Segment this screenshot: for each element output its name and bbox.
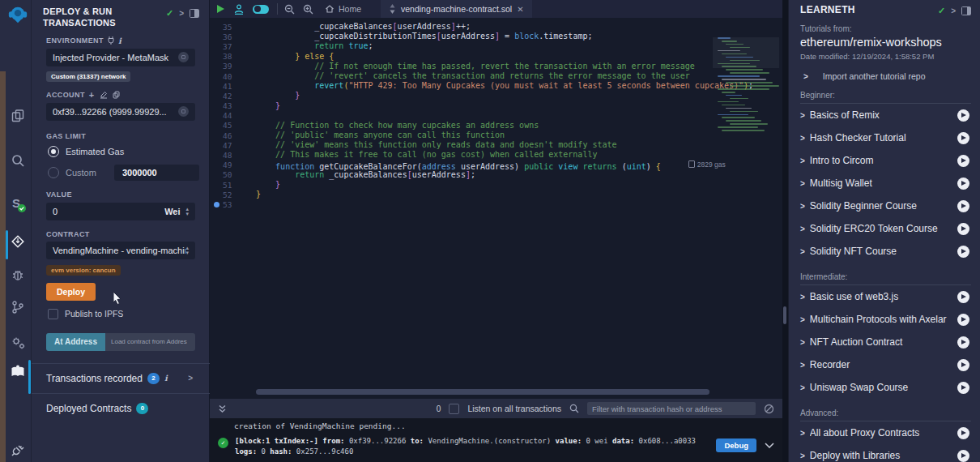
play-tutorial-icon[interactable] [957, 359, 969, 371]
zoom-out-icon[interactable] [284, 4, 295, 15]
tutorial-expand-icon[interactable]: > [800, 179, 805, 188]
plugin-connector-icon[interactable] [7, 443, 28, 457]
contract-select[interactable]: VendingMachine - vending-machin ▴▾ [46, 242, 195, 259]
deploy-button[interactable]: Deploy [46, 283, 96, 301]
panel-collapse-icon[interactable]: > [179, 9, 184, 18]
environment-select[interactable]: Injected Provider - MetaMask [46, 49, 195, 66]
panel-pin-icon[interactable] [190, 9, 199, 18]
terminal-filter-input[interactable] [587, 402, 756, 415]
solidity-compiler-icon[interactable]: S [7, 195, 28, 214]
tutorial-expand-icon[interactable]: > [800, 247, 805, 256]
listen-transactions-checkbox[interactable] [449, 404, 459, 414]
learneth-icon[interactable] [7, 365, 28, 379]
code-editor[interactable]: 35 _cupcakeBalances[userAddress]++;36 _c… [210, 18, 782, 399]
tutorial-item[interactable]: >Recorder [800, 353, 971, 376]
gutter[interactable]: 43 [210, 101, 256, 111]
expand-log-icon[interactable] [765, 443, 774, 448]
copy-address-icon[interactable] [178, 106, 189, 117]
gutter[interactable]: 53 [210, 199, 256, 209]
tutorial-item[interactable]: >Deploy with Libraries [800, 444, 971, 462]
run-script-icon[interactable] [216, 4, 225, 14]
tutorial-expand-icon[interactable]: > [800, 383, 805, 392]
gutter[interactable]: 52 [210, 190, 256, 199]
file-explorer-icon[interactable] [7, 109, 28, 123]
copilot-toggle[interactable] [253, 5, 269, 14]
gutter[interactable]: 45 [210, 121, 256, 130]
gutter[interactable]: 39 [210, 62, 256, 71]
play-tutorial-icon[interactable] [957, 336, 969, 349]
import-tutorial-repo[interactable]: > Import another tutorial repo [803, 71, 971, 81]
learneth-pin-icon[interactable] [961, 6, 971, 15]
edit-account-icon[interactable] [100, 91, 108, 99]
publish-ipfs-checkbox[interactable] [48, 309, 58, 319]
tab-vending-machine-contract[interactable]: vending-machine-contract.sol ✕ [381, 0, 532, 18]
play-tutorial-icon[interactable] [957, 427, 969, 439]
deploy-run-icon[interactable] [7, 233, 28, 250]
tutorial-expand-icon[interactable]: > [800, 111, 805, 120]
gutter[interactable]: 48 [210, 150, 256, 160]
tutorial-item[interactable]: >All about Proxy Contracts [800, 421, 971, 444]
gutter[interactable]: 46 [210, 130, 256, 140]
tutorial-expand-icon[interactable]: > [800, 225, 805, 233]
transactions-recorded-row[interactable]: Transactions recorded 2 i > [43, 364, 199, 393]
learneth-collapse-icon[interactable]: > [951, 6, 956, 15]
value-unit-select[interactable]: Wei [164, 207, 180, 216]
gutter[interactable]: 51 [210, 180, 256, 190]
play-tutorial-icon[interactable] [957, 246, 969, 258]
gutter[interactable]: 44 [210, 111, 256, 121]
debug-button[interactable]: Debug [716, 438, 756, 452]
gutter[interactable]: 47 [210, 140, 256, 150]
play-tutorial-icon[interactable] [957, 178, 969, 190]
play-tutorial-icon[interactable] [957, 200, 969, 212]
tutorial-expand-icon[interactable]: > [800, 338, 805, 347]
tutorial-expand-icon[interactable]: > [800, 134, 805, 143]
breakpoint-dot[interactable] [214, 202, 219, 207]
copy-environment-icon[interactable] [178, 52, 189, 62]
gutter[interactable]: 35 [210, 22, 256, 32]
remix-logo-icon[interactable] [7, 3, 28, 26]
vertical-scrollbar[interactable] [783, 306, 786, 324]
minimap-slider[interactable] [713, 37, 779, 68]
value-input[interactable]: 0 [53, 207, 164, 216]
tutorial-expand-icon[interactable]: > [800, 156, 805, 165]
gutter[interactable]: 42 [210, 91, 256, 101]
source-control-icon[interactable] [7, 300, 28, 314]
at-address-button[interactable]: At Address [46, 333, 105, 351]
horizontal-scrollbar[interactable] [256, 389, 709, 395]
tutorial-item[interactable]: >NFT Auction Contract [800, 331, 971, 353]
breakpoint-zone[interactable] [210, 202, 223, 207]
deployed-contracts-row[interactable]: Deployed Contracts 0 [43, 394, 199, 423]
home-tab[interactable]: Home [325, 4, 361, 14]
plugin-manager-icon[interactable] [7, 336, 28, 350]
tutorial-item[interactable]: >Intro to Circom [800, 149, 971, 172]
tutorial-item[interactable]: >Multichain Protocols with Axelar [800, 308, 971, 331]
gutter[interactable]: 40 [210, 71, 256, 81]
play-tutorial-icon[interactable] [957, 155, 969, 167]
play-tutorial-icon[interactable] [957, 450, 969, 462]
gutter[interactable]: 50 [210, 170, 256, 180]
tutorial-expand-icon[interactable]: > [800, 451, 805, 460]
environment-info-icon[interactable]: i [118, 36, 121, 45]
tutorial-expand-icon[interactable]: > [800, 315, 805, 324]
copy-account-icon[interactable] [113, 91, 120, 99]
play-tutorial-icon[interactable] [957, 291, 969, 303]
gutter[interactable]: 38 [210, 52, 256, 62]
transactions-expand-icon[interactable]: > [188, 374, 193, 383]
minimap[interactable] [714, 37, 778, 141]
estimated-gas-radio[interactable] [48, 146, 59, 157]
at-address-input[interactable]: Load contract from Addres [105, 333, 195, 351]
terminal-collapse-icon[interactable] [218, 404, 227, 413]
play-tutorial-icon[interactable] [957, 132, 969, 144]
play-tutorial-icon[interactable] [957, 223, 969, 235]
play-tutorial-icon[interactable] [957, 382, 969, 394]
add-account-icon[interactable]: + [89, 90, 95, 100]
transactions-info-icon[interactable]: i [164, 374, 168, 383]
tutorial-expand-icon[interactable]: > [800, 429, 805, 438]
gutter[interactable]: 49 [210, 160, 256, 170]
gutter[interactable]: 41 [210, 81, 256, 91]
play-tutorial-icon[interactable] [957, 109, 969, 122]
clear-console-icon[interactable] [764, 404, 774, 414]
tutorial-expand-icon[interactable]: > [800, 361, 805, 370]
custom-gas-input[interactable]: 3000000 [114, 165, 199, 181]
play-tutorial-icon[interactable] [957, 314, 969, 326]
